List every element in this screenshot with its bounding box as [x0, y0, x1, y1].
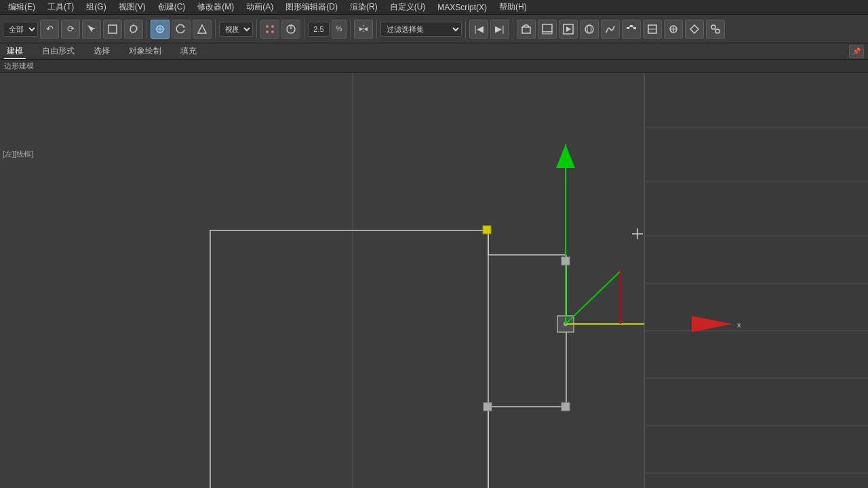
separator-3	[256, 20, 257, 39]
menu-bar: 编辑(E) 工具(T) 组(G) 视图(V) 创建(C) 修改器(M) 动画(A…	[0, 0, 868, 15]
svg-rect-59	[561, 403, 570, 411]
separator-8	[513, 20, 513, 39]
menu-render[interactable]: 渲染(R)	[344, 0, 383, 14]
pin-button[interactable]: 📌	[849, 45, 864, 58]
percent-button[interactable]: %	[332, 20, 347, 39]
svg-rect-13	[542, 32, 552, 34]
scale-button[interactable]	[193, 20, 212, 39]
svg-marker-53	[692, 316, 732, 332]
menu-animation[interactable]: 动画(A)	[241, 0, 279, 14]
svg-point-27	[711, 25, 715, 29]
separator-5	[350, 20, 351, 39]
svg-rect-57	[483, 226, 491, 234]
svg-point-15	[585, 25, 593, 33]
select-object-button[interactable]	[82, 20, 101, 39]
breadcrumb-bar: 边形建模	[0, 60, 868, 73]
menu-edit[interactable]: 编辑(E)	[3, 0, 41, 14]
svg-marker-51	[556, 144, 575, 168]
main-toolbar: 全部 ↶ ⟳ 视图 %	[0, 15, 868, 43]
svg-point-7	[271, 30, 274, 33]
next-frame-button[interactable]: ▶|	[490, 20, 509, 39]
tab-modeling[interactable]: 建模	[4, 44, 26, 59]
extra-button-1[interactable]	[643, 20, 662, 39]
svg-point-28	[715, 29, 719, 33]
tab-fill[interactable]: 填充	[178, 44, 199, 58]
filter-selection-dropdown[interactable]: 过滤选择集	[380, 22, 462, 37]
prev-frame-button[interactable]: |◀	[469, 20, 488, 39]
svg-line-21	[633, 26, 633, 28]
svg-line-55	[566, 271, 620, 324]
tab-freeform[interactable]: 自由形式	[39, 44, 77, 58]
svg-point-6	[266, 30, 269, 33]
menu-modifier[interactable]: 修改器(M)	[192, 0, 239, 14]
select-region-button[interactable]	[103, 20, 122, 39]
svg-line-20	[629, 26, 630, 28]
cursor-indicator	[632, 228, 643, 239]
separator-1	[146, 20, 147, 39]
breadcrumb-text: 边形建模	[4, 61, 34, 71]
extra-button-3[interactable]	[685, 20, 704, 39]
svg-rect-58	[561, 257, 570, 265]
svg-rect-62	[484, 403, 492, 411]
svg-rect-17	[627, 27, 629, 29]
separator-6	[376, 20, 377, 39]
redo-button[interactable]: ⟳	[61, 20, 80, 39]
menu-customize[interactable]: 自定义(U)	[384, 0, 431, 14]
svg-text:x: x	[737, 321, 741, 329]
extra-button-2[interactable]	[664, 20, 683, 39]
menu-view[interactable]: 视图(V)	[113, 0, 151, 14]
svg-rect-11	[522, 27, 530, 33]
material-editor-button[interactable]	[580, 20, 599, 39]
open-scene-button[interactable]	[517, 20, 536, 39]
separator-7	[465, 20, 466, 39]
snap-2d-button[interactable]	[260, 20, 279, 39]
main-viewport[interactable]: [左][线框]	[0, 73, 868, 488]
separator-2	[215, 20, 216, 39]
filter-dropdown[interactable]: 全部	[3, 22, 38, 37]
rotate-button[interactable]	[172, 20, 191, 39]
menu-maxscript[interactable]: MAXScript(X)	[432, 1, 492, 14]
svg-rect-19	[633, 27, 636, 29]
tab-selection[interactable]: 选择	[91, 44, 113, 58]
svg-point-5	[271, 25, 274, 28]
svg-rect-0	[108, 25, 117, 33]
menu-tools[interactable]: 工具(T)	[42, 0, 79, 14]
svg-point-4	[266, 25, 269, 28]
tab-object-paint[interactable]: 对象绘制	[126, 44, 164, 58]
view-dropdown[interactable]: 视图	[219, 22, 253, 37]
transform-pivot-button[interactable]	[151, 20, 170, 39]
svg-point-16	[587, 25, 591, 33]
viewport-label: [左][线框]	[3, 149, 33, 159]
snap-value-input[interactable]	[308, 22, 330, 37]
sub-toolbar: 建模 自由形式 选择 对象绘制 填充 📌	[0, 43, 868, 60]
select-lasso-button[interactable]	[124, 20, 143, 39]
mirror-button[interactable]	[354, 20, 373, 39]
menu-create[interactable]: 创建(C)	[153, 0, 191, 14]
render-production-button[interactable]	[559, 20, 578, 39]
svg-rect-18	[630, 25, 633, 27]
svg-rect-12	[542, 24, 552, 32]
menu-group[interactable]: 组(G)	[81, 0, 111, 14]
svg-rect-39	[210, 230, 488, 488]
viewport-canvas: x	[0, 73, 868, 488]
curve-editor-button[interactable]	[601, 20, 620, 39]
undo-button[interactable]: ↶	[40, 20, 59, 39]
menu-graph-editor[interactable]: 图形编辑器(D)	[280, 0, 343, 14]
snap-angle-button[interactable]	[281, 20, 300, 39]
render-setup-button[interactable]	[538, 20, 557, 39]
separator-4	[304, 20, 304, 39]
menu-help[interactable]: 帮助(H)	[494, 0, 532, 14]
schematic-button[interactable]	[622, 20, 641, 39]
extra-button-4[interactable]	[706, 20, 725, 39]
